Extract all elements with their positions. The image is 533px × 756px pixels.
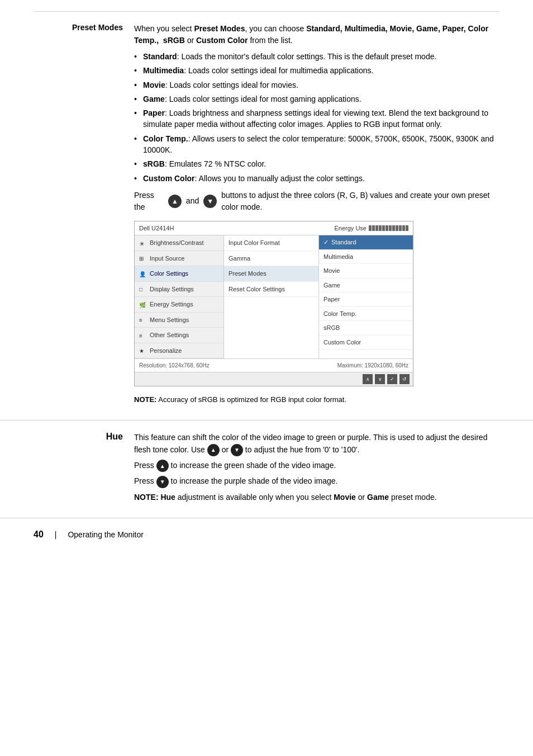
osd-nav-up[interactable]: ∧: [363, 374, 373, 384]
button-instruction-row: Press the ▲ and ▼ buttons to adjust the …: [134, 190, 499, 213]
button-instruction-suffix: buttons to adjust the three colors (R, G…: [221, 190, 499, 213]
osd-menu-personalize-label: Personalize: [150, 346, 182, 356]
osd-value-srgb[interactable]: sRGB: [319, 321, 413, 336]
page-footer: 40 | Operating the Monitor: [0, 518, 533, 551]
list-item: Movie: Loads color settings ideal for mo…: [134, 79, 499, 91]
energy-seg: [399, 225, 402, 231]
preset-bullets-list: Standard: Loads the monitor's default co…: [134, 51, 499, 184]
energy-seg: [379, 225, 382, 231]
osd-sub-reset-color[interactable]: Reset Color Settings: [224, 282, 318, 297]
osd-value-game-label: Game: [323, 281, 340, 290]
preset-modes-label: Preset Modes: [34, 23, 134, 409]
osd-sub-gamma[interactable]: Gamma: [224, 251, 318, 267]
osd-menu-item-menu[interactable]: ≡ Menu Settings: [135, 313, 223, 328]
hue-content: This feature can shift the color of the …: [134, 432, 499, 507]
energy-seg: [389, 225, 392, 231]
osd-value-movie-label: Movie: [323, 266, 340, 276]
osd-menu-item-input[interactable]: ⊞ Input Source: [135, 251, 223, 267]
brightness-icon: ☀: [139, 239, 147, 247]
osd-menu-other-label: Other Settings: [150, 330, 189, 340]
osd-nav-down[interactable]: ∨: [375, 374, 385, 384]
page-section-title: Operating the Monitor: [68, 530, 143, 539]
preset-modes-section: Preset Modes When you select Preset Mode…: [0, 12, 533, 420]
osd-title: Dell U2414H: [139, 224, 174, 233]
osd-nav-confirm[interactable]: ✓: [387, 374, 397, 384]
hue-press-up-btn: ▲: [156, 460, 169, 472]
hue-text1: This feature can shift the color of the …: [134, 432, 499, 456]
osd-menu-item-display[interactable]: □ Display Settings: [135, 282, 223, 297]
button-instruction-and: and: [186, 195, 199, 207]
list-item: Multimedia: Loads color settings ideal f…: [134, 65, 499, 76]
osd-value-srgb-label: sRGB: [323, 323, 340, 333]
up-button-icon: ▲: [168, 195, 182, 208]
list-item: Game: Loads color settings ideal for mos…: [134, 93, 499, 105]
osd-value-paper-label: Paper: [323, 295, 340, 304]
osd-menu-display-label: Display Settings: [150, 285, 194, 294]
osd-menu-item-other[interactable]: ≡ Other Settings: [135, 328, 223, 343]
energy-seg: [396, 225, 398, 231]
osd-menu-brightness-label: Brightness/Contrast: [150, 238, 204, 248]
osd-energy: Energy Use: [335, 224, 408, 233]
energy-seg: [372, 225, 375, 231]
osd-menu: ☀ Brightness/Contrast ⊞ Input Source 👤 C…: [135, 235, 224, 358]
list-item: sRGB: Emulates 72 % NTSC color.: [134, 158, 499, 169]
osd-max-resolution: Maximum: 1920x1080, 60Hz: [337, 361, 408, 370]
page-number: 40: [34, 530, 44, 540]
osd-screenshot: Dell U2414H Energy Use: [134, 221, 413, 387]
osd-menu-item-personalize[interactable]: ★ Personalize: [135, 343, 223, 359]
button-instruction-text: Press the: [134, 190, 164, 213]
osd-value-standard[interactable]: ✓ Standard: [319, 235, 413, 250]
osd-nav-buttons: ∧ ∨ ✓ ↺: [363, 374, 410, 384]
list-item: Paper: Loads brightness and sharpness se…: [134, 107, 499, 130]
osd-body: ☀ Brightness/Contrast ⊞ Input Source 👤 C…: [135, 235, 413, 358]
osd-footer: Resolution: 1024x768, 60Hz Maximum: 1920…: [135, 358, 413, 372]
osd-sub-menu: Input Color Format Gamma Preset Modes Re…: [224, 235, 319, 358]
energy-seg: [392, 225, 395, 231]
energy-seg: [382, 225, 385, 231]
osd-menu-item-energy[interactable]: 🌿 Energy Settings: [135, 297, 223, 313]
display-settings-icon: □: [139, 285, 147, 293]
osd-value-custom-color[interactable]: Custom Color: [319, 336, 413, 350]
preset-modes-content: When you select Preset Modes, you can ch…: [134, 23, 499, 409]
preset-intro: When you select Preset Modes, you can ch…: [134, 23, 499, 46]
list-item: Custom Color: Allows you to manually adj…: [134, 173, 499, 184]
list-item: Standard: Loads the monitor's default co…: [134, 51, 499, 62]
osd-sub-preset-modes[interactable]: Preset Modes: [224, 266, 318, 282]
osd-menu-item-color[interactable]: 👤 Color Settings: [135, 266, 223, 282]
hue-up-button: ▲: [207, 444, 220, 456]
osd-energy-label: Energy Use: [335, 224, 367, 233]
osd-value-multimedia[interactable]: Multimedia: [319, 250, 413, 264]
color-settings-icon: 👤: [139, 270, 147, 278]
osd-value-color-temp[interactable]: Color Temp.: [319, 307, 413, 322]
osd-value-colortemp-label: Color Temp.: [323, 309, 356, 319]
personalize-icon: ★: [139, 347, 147, 355]
hue-label: Hue: [34, 432, 134, 507]
osd-value-standard-label: Standard: [331, 238, 356, 247]
osd-menu-menu-label: Menu Settings: [150, 315, 189, 325]
osd-menu-energy-label: Energy Settings: [150, 300, 193, 309]
osd-resolution: Resolution: 1024x768, 60Hz: [139, 361, 210, 370]
hue-note: NOTE: Hue adjustment is available only w…: [134, 492, 499, 504]
page-divider: |: [55, 530, 57, 539]
osd-value-multimedia-label: Multimedia: [323, 252, 353, 262]
osd-menu-item-brightness[interactable]: ☀ Brightness/Contrast: [135, 235, 223, 251]
menu-settings-icon: ≡: [139, 316, 147, 324]
note-label: NOTE:: [134, 395, 156, 404]
osd-nav-back[interactable]: ↺: [399, 374, 410, 384]
hue-text2: Press ▲ to increase the green shade of t…: [134, 460, 499, 472]
input-source-icon: ⊞: [139, 254, 147, 262]
hue-text3: Press ▼ to increase the purple shade of …: [134, 475, 499, 488]
page: Preset Modes When you select Preset Mode…: [0, 0, 533, 756]
energy-seg: [402, 225, 405, 231]
osd-value-custom-label: Custom Color: [323, 338, 361, 347]
checkmark-icon: ✓: [323, 238, 329, 247]
osd-header: Dell U2414H Energy Use: [135, 221, 413, 236]
osd-value-paper[interactable]: Paper: [319, 292, 413, 307]
osd-value-game[interactable]: Game: [319, 278, 413, 293]
osd-sub-input-color-format[interactable]: Input Color Format: [224, 235, 318, 251]
energy-seg: [386, 225, 388, 231]
osd-value-movie[interactable]: Movie: [319, 264, 413, 278]
energy-seg: [375, 225, 378, 231]
other-settings-icon: ≡: [139, 332, 147, 339]
down-button-icon: ▼: [203, 195, 217, 208]
